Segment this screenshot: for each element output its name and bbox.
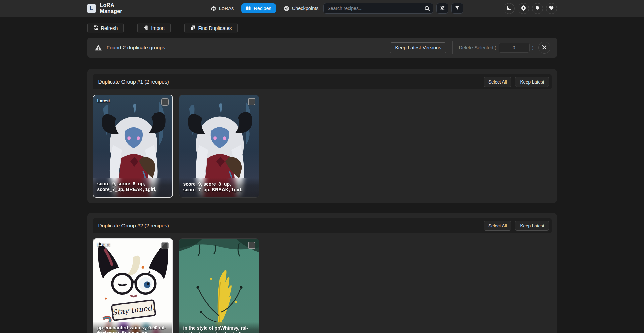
- search-bar: [323, 3, 433, 14]
- delete-selected-button[interactable]: Delete Selected ( 0 ): [459, 43, 533, 53]
- refresh-label: Refresh: [101, 25, 118, 31]
- keep-latest-button[interactable]: Keep Latest: [515, 77, 549, 87]
- tab-loras[interactable]: LoRAs: [207, 3, 238, 13]
- recipe-card[interactable]: Latest score_9, score_8_up, score_7_up, …: [93, 95, 173, 198]
- delete-selected-suffix: ): [532, 45, 534, 50]
- group-actions: Select All Keep Latest: [484, 77, 549, 87]
- select-all-button[interactable]: Select All: [484, 221, 512, 231]
- support-button[interactable]: [546, 3, 557, 14]
- duplicate-group-1: Duplicate Group #1 (2 recipes) Select Al…: [87, 69, 557, 203]
- layers-icon: [211, 6, 216, 11]
- brand: L LoRA Manager: [87, 2, 137, 14]
- recipe-caption: score_9, score_8_up, score_7_up, BREAK, …: [179, 178, 259, 197]
- tab-checkpoints[interactable]: Checkpoints: [279, 3, 323, 14]
- tab-label: Recipes: [254, 6, 271, 11]
- book-icon: [246, 6, 251, 11]
- gear-icon: [521, 5, 526, 12]
- recipe-card[interactable]: in the style of ppWhimsy, ral-frctlgmtry…: [179, 238, 259, 333]
- refresh-button[interactable]: Refresh: [87, 23, 124, 33]
- group-title: Duplicate Group #2 (2 recipes): [98, 223, 169, 229]
- card-checkbox[interactable]: [248, 242, 255, 249]
- top-navbar: L LoRA Manager LoRAs: [0, 0, 644, 17]
- group-header: Duplicate Group #1 (2 recipes) Select Al…: [93, 74, 552, 89]
- banner-message: Found 2 duplicate groups: [107, 45, 165, 51]
- find-duplicates-label: Find Duplicates: [198, 25, 232, 31]
- navbar-right: [323, 3, 557, 14]
- find-duplicates-button[interactable]: Find Duplicates: [184, 23, 238, 33]
- search-input[interactable]: [323, 3, 433, 14]
- tab-label: Checkpoints: [292, 6, 319, 11]
- duplicate-group-2: Duplicate Group #2 (2 recipes) Select Al…: [87, 213, 557, 333]
- moon-icon: [506, 5, 512, 12]
- recipe-card[interactable]: score_9, score_8_up, score_7_up, BREAK, …: [179, 95, 259, 198]
- banner-actions: Keep Latest Versions Delete Selected ( 0…: [390, 41, 550, 54]
- app-logo: L: [87, 4, 96, 13]
- card-checkbox[interactable]: [161, 242, 169, 249]
- app-title: LoRA Manager: [100, 2, 137, 14]
- close-banner-button[interactable]: [538, 42, 550, 54]
- recipe-card[interactable]: Latest pp-enchanted-whimsy:0.90 ral-frct…: [93, 238, 173, 333]
- import-label: Import: [151, 25, 165, 31]
- delete-selected-count: 0: [499, 43, 530, 53]
- tab-label: LoRAs: [219, 6, 234, 11]
- card-checkbox[interactable]: [248, 98, 255, 105]
- main-nav-tabs: LoRAs Recipes Checkpoint: [207, 3, 323, 14]
- duplicates-banner: Found 2 duplicate groups Keep Latest Ver…: [87, 38, 557, 58]
- theme-toggle-button[interactable]: [504, 3, 515, 14]
- recipe-caption: score_9, score_8_up, score_7_up, BREAK, …: [93, 178, 172, 197]
- latest-badge: Latest: [97, 98, 110, 103]
- delete-selected-prefix: Delete Selected (: [459, 45, 496, 50]
- page-content: Refresh Import Find Duplicates: [87, 23, 557, 333]
- latest-badge: Latest: [97, 242, 110, 247]
- search-icon[interactable]: [423, 4, 432, 13]
- cards-row: Latest score_9, score_8_up, score_7_up, …: [93, 95, 552, 198]
- group-header: Duplicate Group #2 (2 recipes) Select Al…: [93, 218, 552, 233]
- group-actions: Select All Keep Latest: [484, 221, 549, 231]
- close-icon: [542, 45, 547, 51]
- sliders-icon: [440, 5, 445, 12]
- settings-button[interactable]: [518, 3, 529, 14]
- recipe-caption: pp-enchanted-whimsy:0.90 ral-frctlgmtry_…: [93, 322, 172, 333]
- group-title: Duplicate Group #1 (2 recipes): [98, 79, 169, 85]
- banner-divider: [452, 41, 453, 54]
- card-checkbox[interactable]: [161, 98, 169, 106]
- recipe-caption: in the style of ppWhimsy, ral-frctlgmtry…: [179, 322, 259, 333]
- notifications-button[interactable]: [532, 3, 543, 14]
- bell-icon: [535, 5, 540, 12]
- heart-icon: [549, 5, 554, 12]
- cards-row: Latest pp-enchanted-whimsy:0.90 ral-frct…: [93, 238, 552, 333]
- import-icon: [143, 25, 148, 31]
- filter-icon: [455, 5, 460, 11]
- filter-button[interactable]: [451, 3, 463, 14]
- sort-options-button[interactable]: [436, 3, 448, 14]
- tab-recipes[interactable]: Recipes: [241, 3, 276, 13]
- recipe-preview-image: [179, 239, 259, 333]
- keep-latest-versions-button[interactable]: Keep Latest Versions: [390, 42, 446, 53]
- warning-icon: [95, 44, 102, 51]
- navbar-icon-group: [504, 3, 557, 14]
- banner-message-group: Found 2 duplicate groups: [95, 44, 165, 51]
- keep-latest-button[interactable]: Keep Latest: [515, 221, 549, 231]
- logo-letter: L: [90, 5, 93, 12]
- select-all-button[interactable]: Select All: [484, 77, 512, 87]
- recipes-toolbar: Refresh Import Find Duplicates: [87, 23, 557, 33]
- check-circle-icon: [284, 6, 289, 11]
- import-button[interactable]: Import: [137, 23, 171, 33]
- duplicates-icon: [190, 25, 195, 31]
- refresh-icon: [93, 25, 98, 31]
- recipe-preview-image: [93, 239, 172, 333]
